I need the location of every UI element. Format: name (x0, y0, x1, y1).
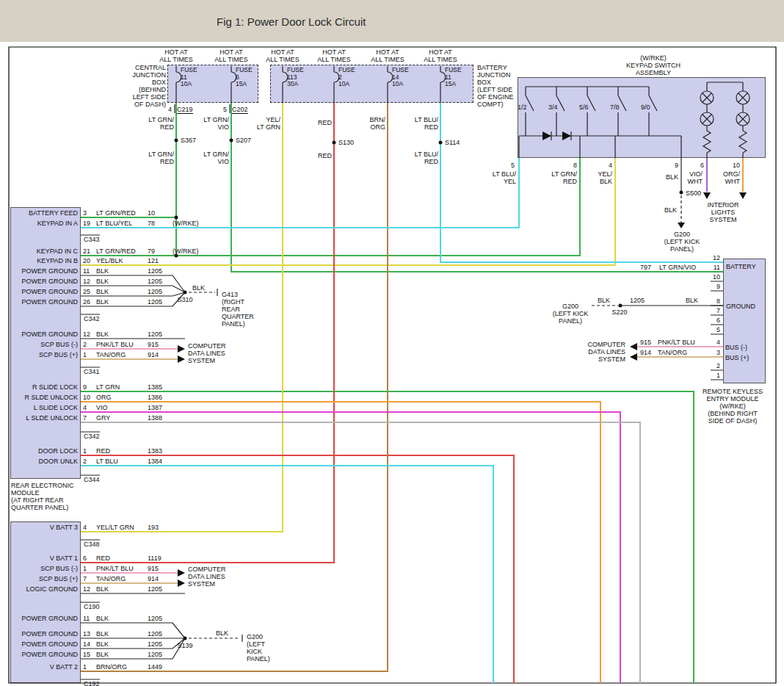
module-row-label: SCP BUS (+) (12, 351, 78, 358)
module-row: 26BLK1205 (83, 298, 173, 306)
row-wire: TAN/ORG (96, 351, 148, 358)
row-wire: BLK (96, 585, 148, 593)
rke-bus-pos-label: BUS (+) (725, 354, 749, 361)
row-wire: GRY (96, 414, 148, 422)
row-pin: 1 (83, 351, 96, 358)
row-circuit: 915 (148, 565, 173, 572)
module-row-label: POWER GROUND (12, 288, 78, 295)
module-row: 10ORG1386 (83, 394, 173, 401)
row-pin: 1 (83, 565, 96, 572)
row-pin: 2 (83, 458, 96, 465)
module-row-label: POWER GROUND (12, 615, 78, 622)
row-wire: LT GRN/RED (96, 209, 148, 217)
hot-at-label: HOT AT ALL TIMES (312, 48, 356, 63)
rke-pin: 6 (700, 317, 720, 324)
keypad-wire-label: LT BLU/ YEL (482, 170, 516, 185)
row-wire: LT BLU (96, 458, 148, 465)
row-circuit: 1388 (148, 414, 173, 422)
row-circuit: 915 (148, 341, 173, 348)
module-row: 25BLK1205 (83, 288, 173, 295)
row-wire: YEL/LT GRN (96, 524, 148, 531)
wire-color-label: BLK (216, 629, 228, 637)
module-row-label: KEYPAD IN C (12, 248, 78, 255)
keypad-switch-label: 7/8 (610, 104, 625, 111)
fuse-label: FUSE 1115A (445, 67, 467, 88)
module-row: 20YEL/BLK121 (83, 257, 173, 264)
row-pin: 7 (83, 575, 96, 582)
wire-color-label: BLK (686, 297, 698, 304)
connector-label: C219 (177, 106, 193, 114)
rke-pin: 10 (700, 273, 720, 281)
circuit-number: 797 (640, 264, 651, 271)
row-wire: YEL/BLK (96, 257, 148, 264)
module-row: 2LT BLU1384 (83, 458, 173, 465)
wire-color-label: LT GRN/ VIO (200, 116, 229, 131)
circuit-number: 914 (640, 349, 651, 356)
row-pin: 6 (83, 555, 96, 562)
connector-label: C348 (84, 541, 100, 548)
row-note: (W/RKE) (173, 220, 199, 227)
module-row: 14BLK1205 (83, 640, 173, 648)
rke-pin: 8 (700, 297, 720, 305)
row-pin: 3 (83, 209, 96, 217)
row-circuit: 193 (148, 524, 173, 531)
row-circuit: 914 (148, 575, 173, 582)
row-pin: 1 (83, 447, 96, 455)
row-pin: 10 (83, 394, 96, 401)
module-row-label: POWER GROUND (12, 278, 78, 285)
row-pin: 2 (83, 341, 96, 348)
module-row: 13BLK1205 (83, 630, 173, 638)
fuse-name: FUSE 11 (445, 66, 462, 81)
ground-label: G200 (LEFT KICK PANEL) (548, 303, 593, 325)
module-row-label: DOOR UNLK (12, 458, 78, 465)
row-circuit: 1205 (148, 267, 173, 275)
computer-data-lines-label: COMPUTER DATA LINES SYSTEM (188, 342, 232, 364)
keypad-pin: 5 (503, 162, 515, 169)
keypad-switch-label: 5/6 (579, 104, 594, 111)
computer-data-lines-label: COMPUTER DATA LINES SYSTEM (581, 341, 625, 363)
row-wire: BLK (96, 267, 148, 275)
connector-pin: 5 (223, 106, 227, 113)
splice-label: S114 (445, 139, 460, 146)
row-wire: TAN/ORG (96, 575, 148, 582)
row-wire: BRN/ORG (96, 663, 148, 671)
row-wire: BLK (96, 331, 148, 338)
rke-pin: 12 (700, 254, 720, 261)
row-pin: 12 (83, 278, 96, 285)
row-circuit: 1386 (148, 394, 173, 401)
row-circuit: 1449 (148, 663, 173, 671)
wire-color-label: YEL/ LT GRN (251, 116, 280, 131)
wire-color-label: LT GRN/ VIO (200, 151, 229, 165)
wire-color-label: LT GRN/VIO (659, 264, 696, 271)
row-circuit: 121 (148, 257, 173, 264)
module-row: 7TAN/ORG914 (83, 575, 173, 582)
row-circuit: 1384 (148, 458, 173, 465)
module-caption: REMOTE KEYLESS ENTRY MODULE (W/RKE) (BEH… (700, 388, 765, 425)
fuse-label: FUSE 210A (338, 67, 360, 88)
wire-color-label: LT GRN/ RED (145, 151, 174, 165)
keypad-switch-label: 9/0 (641, 104, 656, 111)
module-row: 21LT GRN/RED79(W/RKE) (83, 248, 199, 255)
module-row: 12BLK1205 (83, 331, 173, 338)
connector-pin: 4 (168, 106, 172, 113)
row-wire: BLK (96, 298, 148, 306)
wire-color-label: LT BLU/ RED (409, 116, 438, 131)
row-pin: 21 (83, 248, 96, 255)
keypad-wire-label: ORG/ WHT (706, 170, 740, 185)
ground-label: G413 (RIGHT REAR QUARTER PANEL) (222, 291, 260, 328)
row-wire: LT BLU/YEL (96, 220, 148, 227)
module-row-label: BATTERY FEED (12, 209, 78, 217)
rke-pin: 1 (700, 372, 720, 379)
rke-pin: 11 (700, 264, 720, 271)
wire-color-label: BLK (646, 206, 677, 214)
fuse-name: FUSE 113 (287, 66, 304, 81)
row-wire: PNK/LT BLU (96, 341, 148, 348)
fuse-label: FUSE 1110A (181, 67, 203, 88)
row-wire: RED (96, 447, 148, 455)
rke-pin: 4 (700, 339, 720, 346)
fuse-label: FUSE 1410A (392, 67, 414, 88)
connector-label: C342 (84, 315, 100, 322)
module-row-label: R SLIDE LOCK (12, 383, 78, 391)
module-row: 4VIO1387 (83, 404, 173, 411)
keypad-title: (W/RKE) KEYPAD SWITCH ASSEMBLY (608, 54, 699, 76)
